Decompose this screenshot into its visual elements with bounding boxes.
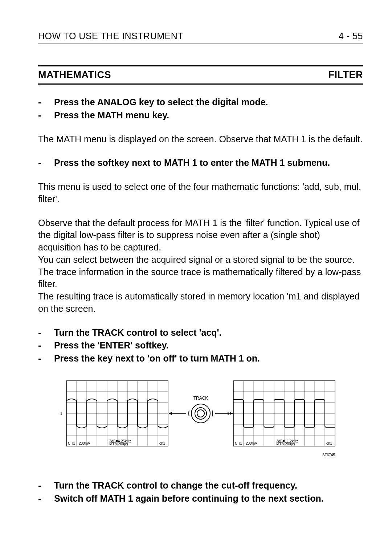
running-head-left: HOW TO USE THE INSTRUMENT [38,31,183,41]
bullet-text: Press the softkey next to MATH 1 to ente… [54,157,363,169]
instruction-group-c: - Turn the TRACK control to select 'acq'… [38,327,363,365]
svg-marker-20 [169,412,172,415]
bullet-dash: - [38,157,54,169]
running-head: HOW TO USE THE INSTRUMENT 4 - 55 [38,31,363,44]
bullet-dash: - [38,109,54,122]
track-knob-icon: TRACK [169,396,233,423]
list-item: - Switch off MATH 1 again before continu… [38,493,363,505]
list-item: - Press the key next to 'on off' to turn… [38,352,363,365]
bullet-dash: - [38,327,54,339]
fig-left-scale: 200mV [79,441,90,445]
list-item: - Turn the TRACK control to change the c… [38,479,363,492]
svg-point-18 [197,410,204,417]
fig-right-scale: 200mV [246,441,257,445]
fig-right-trig: ch1 [326,441,332,445]
instruction-group-d: - Turn the TRACK control to change the c… [38,479,363,505]
bullet-dash: - [38,352,54,365]
bullet-text: Press the MATH menu key. [54,109,363,122]
section-heading-right: FILTER [328,69,363,81]
bullet-dash: - [38,479,54,492]
list-item: - Press the softkey next to MATH 1 to en… [38,157,363,169]
instruction-group-b: - Press the softkey next to MATH 1 to en… [38,157,363,169]
fig-left-trig: ch1 [159,441,166,445]
fig-right-ch: CH1 [235,441,242,445]
paragraph: Observe that the default process for MAT… [38,217,363,254]
fig-left-tb: MTB 200µs [109,442,128,446]
bullet-text: Switch off MATH 1 again before continuin… [54,493,363,505]
instruction-group-a: - Press the ANALOG key to select the dig… [38,96,363,122]
list-item: - Turn the TRACK control to select 'acq'… [38,327,363,339]
bullet-dash: - [38,493,54,505]
paragraph: The resulting trace is automatically sto… [38,290,363,315]
list-item: - Press the MATH menu key. [38,109,363,122]
paragraph: The MATH menu is displayed on the screen… [38,133,363,146]
bullet-text: Press the ANALOG key to select the digit… [54,96,363,109]
figure-code: ST6745 [322,453,335,457]
filter-diagram: 1- CH1 200mV 3dB=4.25kHz MTB 200µs ch1 T… [56,374,346,468]
section-heading-left: MATHEMATICS [38,69,111,81]
svg-text:1-: 1- [227,412,230,416]
bullet-text: Press the key next to 'on off' to turn M… [54,352,363,365]
paragraph: You can select between the acquired sign… [38,254,363,266]
paragraph: The trace information in the source trac… [38,266,363,291]
svg-point-17 [195,408,207,419]
fig-right-tb: MTB 200µs [276,442,295,446]
running-head-right: 4 - 55 [339,31,363,41]
list-item: - Press the ANALOG key to select the dig… [38,96,363,109]
figure: 1- CH1 200mV 3dB=4.25kHz MTB 200µs ch1 T… [38,374,363,468]
svg-text:1-: 1- [60,412,64,416]
bullet-text: Press the 'ENTER' softkey. [54,339,363,352]
bullet-text: Turn the TRACK control to select 'acq'. [54,327,363,339]
knob-label: TRACK [193,396,208,401]
bullet-dash: - [38,339,54,352]
bullet-text: Turn the TRACK control to change the cut… [54,479,363,492]
fig-left-ch: CH1 [68,441,75,445]
list-item: - Press the 'ENTER' softkey. [38,339,363,352]
paragraph-group: Observe that the default process for MAT… [38,217,363,315]
paragraph: This menu is used to select one of the f… [38,181,363,205]
bullet-dash: - [38,96,54,109]
svg-point-16 [191,404,210,423]
section-heading: MATHEMATICS FILTER [38,65,363,85]
